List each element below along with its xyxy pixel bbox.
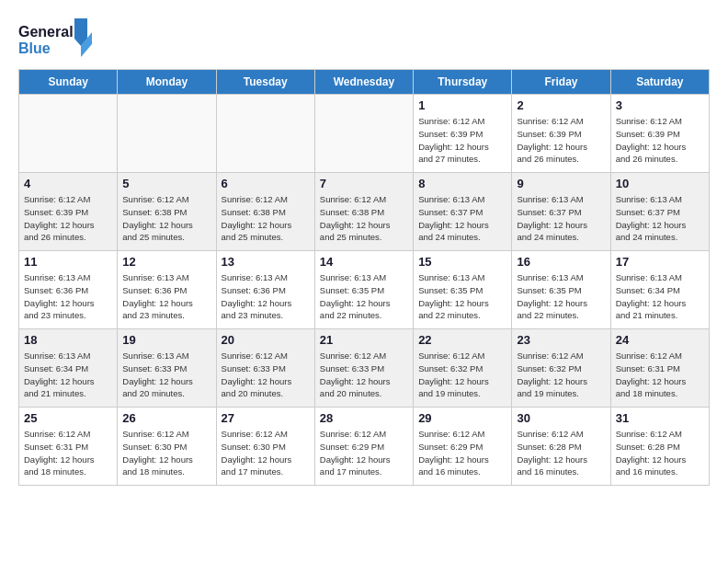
day-number: 24: [616, 333, 704, 347]
day-number: 20: [222, 333, 310, 347]
calendar-cell: 15Sunrise: 6:13 AM Sunset: 6:35 PM Dayli…: [414, 251, 512, 329]
page-header: GeneralBlue: [18, 18, 710, 60]
calendar-cell: 4Sunrise: 6:12 AM Sunset: 6:39 PM Daylig…: [19, 173, 118, 251]
day-number: 18: [24, 333, 112, 347]
day-number: 21: [320, 333, 408, 347]
day-number: 4: [24, 177, 112, 190]
calendar-week-row: 25Sunrise: 6:12 AM Sunset: 6:31 PM Dayli…: [19, 408, 710, 486]
day-info: Sunrise: 6:13 AM Sunset: 6:37 PM Dayligh…: [616, 193, 704, 244]
calendar-cell: 19Sunrise: 6:13 AM Sunset: 6:33 PM Dayli…: [118, 329, 216, 408]
day-info: Sunrise: 6:12 AM Sunset: 6:39 PM Dayligh…: [24, 193, 112, 244]
day-number: 12: [122, 255, 210, 269]
day-info: Sunrise: 6:13 AM Sunset: 6:35 PM Dayligh…: [320, 271, 408, 322]
day-info: Sunrise: 6:13 AM Sunset: 6:34 PM Dayligh…: [616, 271, 704, 322]
calendar-cell: 16Sunrise: 6:13 AM Sunset: 6:35 PM Dayli…: [512, 251, 610, 329]
calendar-cell: [118, 95, 216, 173]
day-info: Sunrise: 6:12 AM Sunset: 6:29 PM Dayligh…: [418, 428, 506, 478]
day-number: 13: [222, 255, 310, 269]
calendar-week-row: 18Sunrise: 6:13 AM Sunset: 6:34 PM Dayli…: [19, 329, 710, 408]
day-number: 28: [320, 411, 408, 425]
calendar-week-row: 11Sunrise: 6:13 AM Sunset: 6:36 PM Dayli…: [19, 251, 710, 329]
days-header-row: SundayMondayTuesdayWednesdayThursdayFrid…: [19, 70, 710, 95]
day-number: 23: [517, 333, 605, 347]
day-info: Sunrise: 6:12 AM Sunset: 6:28 PM Dayligh…: [517, 428, 605, 478]
calendar-cell: 12Sunrise: 6:13 AM Sunset: 6:36 PM Dayli…: [118, 251, 216, 329]
day-header-friday: Friday: [512, 70, 610, 95]
day-number: 9: [517, 177, 605, 190]
day-number: 7: [320, 177, 408, 190]
day-number: 22: [418, 333, 506, 347]
day-number: 16: [517, 255, 605, 269]
calendar-cell: 1Sunrise: 6:12 AM Sunset: 6:39 PM Daylig…: [414, 95, 512, 173]
day-number: 6: [222, 177, 310, 190]
day-info: Sunrise: 6:13 AM Sunset: 6:36 PM Dayligh…: [222, 271, 310, 322]
day-info: Sunrise: 6:12 AM Sunset: 6:39 PM Dayligh…: [517, 115, 605, 166]
day-info: Sunrise: 6:12 AM Sunset: 6:33 PM Dayligh…: [222, 350, 310, 400]
calendar-cell: [216, 95, 314, 173]
calendar-cell: 2Sunrise: 6:12 AM Sunset: 6:39 PM Daylig…: [512, 95, 610, 173]
calendar-cell: 27Sunrise: 6:12 AM Sunset: 6:30 PM Dayli…: [216, 408, 314, 486]
calendar-cell: 10Sunrise: 6:13 AM Sunset: 6:37 PM Dayli…: [610, 173, 709, 251]
day-number: 5: [122, 177, 210, 190]
day-number: 3: [616, 98, 704, 112]
day-number: 14: [320, 255, 408, 269]
calendar-cell: 6Sunrise: 6:12 AM Sunset: 6:38 PM Daylig…: [216, 173, 314, 251]
calendar-cell: 30Sunrise: 6:12 AM Sunset: 6:28 PM Dayli…: [512, 408, 610, 486]
day-header-monday: Monday: [118, 70, 216, 95]
day-number: 30: [517, 411, 605, 425]
day-info: Sunrise: 6:12 AM Sunset: 6:28 PM Dayligh…: [616, 428, 704, 478]
day-header-saturday: Saturday: [610, 70, 709, 95]
calendar-cell: 7Sunrise: 6:12 AM Sunset: 6:38 PM Daylig…: [314, 173, 413, 251]
calendar-cell: [314, 95, 413, 173]
day-number: 1: [418, 98, 506, 112]
day-info: Sunrise: 6:13 AM Sunset: 6:34 PM Dayligh…: [24, 350, 112, 400]
calendar-cell: 24Sunrise: 6:12 AM Sunset: 6:31 PM Dayli…: [610, 329, 709, 408]
day-number: 19: [122, 333, 210, 347]
logo-svg: GeneralBlue: [18, 18, 92, 60]
calendar-cell: 8Sunrise: 6:13 AM Sunset: 6:37 PM Daylig…: [414, 173, 512, 251]
day-number: 17: [616, 255, 704, 269]
calendar-cell: 5Sunrise: 6:12 AM Sunset: 6:38 PM Daylig…: [118, 173, 216, 251]
calendar-cell: 26Sunrise: 6:12 AM Sunset: 6:30 PM Dayli…: [118, 408, 216, 486]
day-number: 31: [616, 411, 704, 425]
day-info: Sunrise: 6:12 AM Sunset: 6:38 PM Dayligh…: [320, 193, 408, 244]
calendar-cell: 21Sunrise: 6:12 AM Sunset: 6:33 PM Dayli…: [314, 329, 413, 408]
logo: GeneralBlue: [18, 18, 92, 60]
calendar-cell: 11Sunrise: 6:13 AM Sunset: 6:36 PM Dayli…: [19, 251, 118, 329]
calendar-cell: 17Sunrise: 6:13 AM Sunset: 6:34 PM Dayli…: [610, 251, 709, 329]
day-number: 15: [418, 255, 506, 269]
calendar-cell: 22Sunrise: 6:12 AM Sunset: 6:32 PM Dayli…: [414, 329, 512, 408]
svg-text:Blue: Blue: [18, 40, 51, 56]
day-info: Sunrise: 6:13 AM Sunset: 6:37 PM Dayligh…: [418, 193, 506, 244]
calendar-week-row: 1Sunrise: 6:12 AM Sunset: 6:39 PM Daylig…: [19, 95, 710, 173]
day-info: Sunrise: 6:12 AM Sunset: 6:30 PM Dayligh…: [222, 428, 310, 478]
day-number: 27: [222, 411, 310, 425]
day-info: Sunrise: 6:13 AM Sunset: 6:35 PM Dayligh…: [517, 271, 605, 322]
day-info: Sunrise: 6:12 AM Sunset: 6:29 PM Dayligh…: [320, 428, 408, 478]
day-header-wednesday: Wednesday: [314, 70, 413, 95]
day-info: Sunrise: 6:12 AM Sunset: 6:39 PM Dayligh…: [418, 115, 506, 166]
day-info: Sunrise: 6:12 AM Sunset: 6:31 PM Dayligh…: [616, 350, 704, 400]
day-info: Sunrise: 6:12 AM Sunset: 6:39 PM Dayligh…: [616, 115, 704, 166]
day-info: Sunrise: 6:13 AM Sunset: 6:33 PM Dayligh…: [122, 350, 210, 400]
calendar-week-row: 4Sunrise: 6:12 AM Sunset: 6:39 PM Daylig…: [19, 173, 710, 251]
calendar-table: SundayMondayTuesdayWednesdayThursdayFrid…: [18, 69, 710, 486]
day-info: Sunrise: 6:12 AM Sunset: 6:38 PM Dayligh…: [122, 193, 210, 244]
calendar-cell: 31Sunrise: 6:12 AM Sunset: 6:28 PM Dayli…: [610, 408, 709, 486]
day-header-sunday: Sunday: [19, 70, 118, 95]
day-info: Sunrise: 6:12 AM Sunset: 6:32 PM Dayligh…: [517, 350, 605, 400]
day-number: 2: [517, 98, 605, 112]
svg-text:General: General: [18, 24, 74, 40]
calendar-cell: 23Sunrise: 6:12 AM Sunset: 6:32 PM Dayli…: [512, 329, 610, 408]
calendar-cell: 9Sunrise: 6:13 AM Sunset: 6:37 PM Daylig…: [512, 173, 610, 251]
calendar-cell: 28Sunrise: 6:12 AM Sunset: 6:29 PM Dayli…: [314, 408, 413, 486]
day-number: 29: [418, 411, 506, 425]
day-number: 8: [418, 177, 506, 190]
day-info: Sunrise: 6:13 AM Sunset: 6:36 PM Dayligh…: [122, 271, 210, 322]
day-info: Sunrise: 6:12 AM Sunset: 6:30 PM Dayligh…: [122, 428, 210, 478]
day-info: Sunrise: 6:12 AM Sunset: 6:33 PM Dayligh…: [320, 350, 408, 400]
day-info: Sunrise: 6:12 AM Sunset: 6:32 PM Dayligh…: [418, 350, 506, 400]
day-info: Sunrise: 6:13 AM Sunset: 6:35 PM Dayligh…: [418, 271, 506, 322]
calendar-cell: 29Sunrise: 6:12 AM Sunset: 6:29 PM Dayli…: [414, 408, 512, 486]
day-number: 25: [24, 411, 112, 425]
